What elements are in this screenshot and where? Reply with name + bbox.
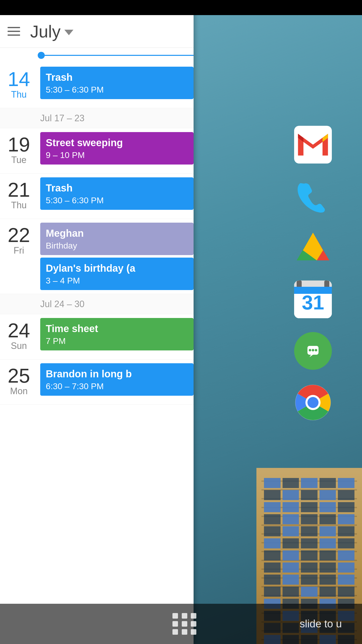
day-number: 22 — [8, 225, 30, 245]
week-range-label: Jul 24 – 30 — [40, 299, 84, 309]
hangouts-app-icon[interactable] — [294, 332, 332, 370]
event-card-trash-21[interactable]: Trash 5:30 – 6:30 PM — [40, 177, 194, 210]
events-column-19: Street sweeping 9 – 10 PM — [38, 128, 194, 173]
menu-line-2 — [8, 31, 20, 32]
event-time: 5:30 – 6:30 PM — [46, 195, 188, 205]
event-card-street-sweeping[interactable]: Street sweeping 9 – 10 PM — [40, 132, 194, 165]
event-time: 9 – 10 PM — [46, 150, 188, 160]
events-column-21: Trash 5:30 – 6:30 PM — [38, 174, 194, 219]
building-window — [320, 502, 336, 512]
event-title: Dylan's birthday (a — [46, 262, 188, 274]
event-card-meghan-birthday[interactable]: Meghan Birthday — [40, 223, 194, 255]
building-window — [338, 575, 354, 585]
event-card-brandon[interactable]: Brandon in long b 6:30 – 7:30 PM — [40, 363, 194, 396]
day-name: Thu — [11, 200, 27, 211]
grid-dot — [172, 629, 178, 635]
phone-app-icon[interactable] — [294, 177, 332, 215]
day-row-21: 21 Thu Trash 5:30 – 6:30 PM — [0, 174, 194, 219]
slide-to-unlock[interactable]: slide to u — [300, 618, 342, 630]
building-window — [283, 562, 299, 573]
chevron-down-icon — [64, 30, 73, 35]
svg-point-19 — [312, 349, 314, 351]
month-selector[interactable]: July — [30, 22, 73, 41]
calendar-panel: July 14 Thu Trash 5:30 – 6:30 PM Jul 17 … — [0, 0, 194, 644]
event-title: Meghan — [46, 227, 188, 239]
building-window — [338, 490, 354, 500]
grid-dot — [172, 613, 178, 619]
building-window — [283, 538, 299, 548]
event-title: Street sweeping — [46, 137, 188, 149]
building-window — [320, 575, 336, 585]
events-column-24: Time sheet 7 PM — [38, 314, 194, 359]
app-launcher-button[interactable] — [172, 613, 198, 635]
building-window — [264, 575, 281, 585]
building-window — [320, 550, 336, 560]
google-calendar-app-icon[interactable]: 31 — [294, 280, 332, 318]
svg-point-24 — [307, 397, 319, 408]
day-name: Mon — [10, 386, 28, 396]
day-name: Thu — [11, 89, 27, 100]
day-number: 14 — [8, 69, 30, 89]
event-time: 5:30 – 6:30 PM — [46, 85, 188, 95]
building-window — [320, 490, 336, 500]
day-label-14: 14 Thu — [0, 63, 38, 108]
event-title: Trash — [46, 182, 188, 194]
day-name: Tue — [11, 155, 27, 165]
svg-point-20 — [315, 349, 317, 351]
gmail-app-icon[interactable] — [294, 126, 332, 164]
building-window — [283, 526, 299, 536]
calendar-header: July — [0, 15, 194, 48]
events-column-25: Brandon in long b 6:30 – 7:30 PM — [38, 359, 194, 405]
day-label-25: 25 Mon — [0, 359, 38, 405]
event-card-trash-14[interactable]: Trash 5:30 – 6:30 PM — [40, 67, 194, 99]
building-window — [320, 587, 336, 597]
event-card-dylan-birthday[interactable]: Dylan's birthday (a 3 – 4 PM — [40, 258, 194, 290]
building-window — [264, 490, 281, 500]
day-number: 24 — [8, 320, 30, 341]
event-card-time-sheet[interactable]: Time sheet 7 PM — [40, 318, 194, 350]
building-window — [338, 562, 354, 573]
building-window — [264, 478, 281, 488]
building-window — [283, 575, 299, 585]
building-window — [320, 514, 336, 524]
day-label-24: 24 Sun — [0, 314, 38, 359]
building-window — [283, 514, 299, 524]
building-window — [301, 526, 318, 536]
bottom-navigation-bar: slide to u — [0, 604, 362, 644]
building-window — [301, 550, 318, 560]
day-row-24: 24 Sun Time sheet 7 PM — [0, 314, 194, 359]
building-window — [301, 490, 318, 500]
event-time: 7 PM — [46, 336, 188, 346]
building-window — [264, 587, 281, 597]
building-window — [320, 562, 336, 573]
day-label-21: 21 Thu — [0, 174, 38, 219]
building-window — [320, 478, 336, 488]
building-window — [320, 526, 336, 536]
grid-dot — [182, 621, 187, 627]
building-window — [338, 502, 354, 512]
calendar-body[interactable]: 14 Thu Trash 5:30 – 6:30 PM Jul 17 – 23 … — [0, 63, 194, 644]
building-window — [338, 478, 354, 488]
timeline-progress — [0, 48, 194, 63]
building-window — [338, 514, 354, 524]
building-window — [301, 575, 318, 585]
day-number: 25 — [8, 366, 30, 386]
google-drive-app-icon[interactable] — [294, 229, 332, 267]
chrome-app-icon[interactable] — [294, 384, 332, 421]
day-row-14: 14 Thu Trash 5:30 – 6:30 PM — [0, 63, 194, 108]
building-window — [338, 550, 354, 560]
week-range-label: Jul 17 – 23 — [40, 113, 84, 124]
day-label-22: 22 Fri — [0, 219, 38, 294]
building-window — [301, 514, 318, 524]
day-name: Sun — [11, 341, 27, 351]
grid-dot — [191, 621, 196, 627]
day-name: Fri — [14, 245, 24, 256]
menu-button[interactable] — [8, 24, 23, 39]
building-window — [301, 502, 318, 512]
svg-text:31: 31 — [302, 291, 324, 314]
building-window — [320, 538, 336, 548]
building-window — [264, 526, 281, 536]
building-window — [264, 562, 281, 573]
building-window — [301, 562, 318, 573]
menu-line-3 — [8, 34, 20, 36]
